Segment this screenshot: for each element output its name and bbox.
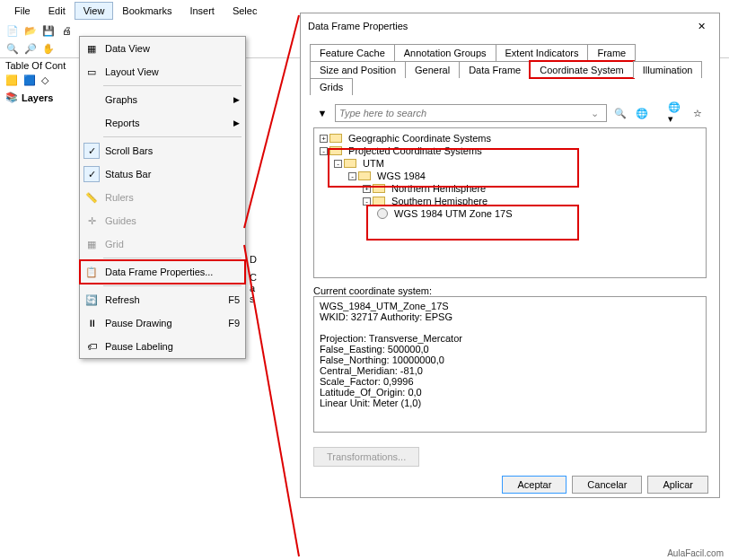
tab-feature-cache[interactable]: Feature Cache — [310, 44, 395, 61]
tab-grids[interactable]: Grids — [310, 78, 353, 95]
submenu-arrow-icon: ▶ — [233, 118, 240, 127]
accept-button[interactable]: Aceptar — [502, 476, 567, 494]
menu-file[interactable]: File — [5, 2, 40, 20]
status-bar-item[interactable]: ✓Status Bar — [80, 162, 245, 186]
tab-illumination[interactable]: Illumination — [633, 61, 703, 78]
rulers-label: Rulers — [105, 192, 134, 203]
status-bar-label: Status Bar — [105, 169, 151, 179]
tab-size-position[interactable]: Size and Position — [310, 61, 406, 78]
pan-icon[interactable]: ✋ — [41, 41, 56, 56]
open-icon[interactable]: 📂 — [23, 23, 38, 38]
print-icon[interactable]: 🖨 — [59, 23, 74, 38]
data-view-label: Data View — [105, 43, 150, 54]
cancel-button[interactable]: Cancelar — [572, 476, 642, 494]
grid-label: Grid — [105, 239, 124, 249]
dialog-body: ▼ ⌄ 🔍 🌐 🌐▾ ☆ + Geographic Coordinate Sys… — [301, 95, 719, 470]
tree-northern[interactable]: + Northern Hemisphere — [316, 182, 704, 195]
zoom-in-icon[interactable]: 🔍 — [5, 41, 20, 56]
tree-zone17s[interactable]: WGS 1984 UTM Zone 17S — [316, 207, 704, 220]
spatial-filter-icon[interactable]: 🌐 — [633, 104, 651, 122]
scroll-bars-label: Scroll Bars — [105, 145, 153, 156]
menu-view[interactable]: View — [75, 2, 114, 20]
refresh-item[interactable]: 🔄RefreshF5 — [80, 288, 245, 311]
pause-labeling-label: Pause Labeling — [105, 341, 173, 352]
list-by-source-icon[interactable]: 🟦 — [23, 74, 36, 86]
check-icon: ✓ — [83, 143, 100, 159]
refresh-icon: 🔄 — [83, 292, 100, 308]
tree-southern[interactable]: - Southern Hemisphere — [316, 195, 704, 207]
dropdown-icon[interactable]: ⌄ — [591, 108, 599, 119]
reports-item[interactable]: Reports▶ — [80, 111, 245, 135]
globe-icon — [377, 208, 388, 219]
tab-annotation-groups[interactable]: Annotation Groups — [394, 44, 496, 61]
coordinate-system-tree[interactable]: + Geographic Coordinate Systems - Projec… — [313, 127, 707, 278]
pause-drawing-item[interactable]: ⏸Pause DrawingF9 — [80, 311, 245, 335]
guides-item: ✛Guides — [80, 209, 245, 232]
folder-icon — [329, 146, 342, 155]
tree-wgs1984[interactable]: - WGS 1984 — [316, 170, 704, 182]
layout-view-label: Layout View — [105, 66, 159, 77]
cropped-text: D C a s — [250, 254, 257, 304]
dialog-tabs: Feature Cache Annotation Groups Extent I… — [301, 39, 719, 95]
expand-icon[interactable]: + — [363, 185, 371, 193]
layers-icon: 📚 — [5, 92, 18, 103]
submenu-arrow-icon: ▶ — [233, 95, 240, 104]
search-row: ▼ ⌄ 🔍 🌐 🌐▾ ☆ — [313, 104, 707, 122]
collapse-icon[interactable]: - — [334, 160, 342, 168]
close-button[interactable]: ✕ — [690, 17, 712, 35]
pause-labeling-icon: 🏷 — [83, 338, 100, 354]
tab-coordinate-system[interactable]: Coordinate System — [530, 61, 634, 78]
pause-shortcut: F9 — [228, 318, 240, 328]
expand-icon[interactable]: + — [320, 135, 328, 143]
data-frame-properties-item[interactable]: 📋Data Frame Properties... — [80, 260, 245, 284]
menu-bookmarks[interactable]: Bookmarks — [113, 2, 180, 20]
dfp-label: Data Frame Properties... — [105, 267, 213, 277]
filter-icon[interactable]: ▼ — [313, 104, 331, 122]
current-cs-label: Current coordinate system: — [313, 285, 707, 296]
tree-pcs[interactable]: - Projected Coordinate Systems — [316, 144, 704, 157]
folder-icon — [358, 171, 371, 180]
collapse-icon[interactable]: - — [363, 197, 371, 206]
menu-edit[interactable]: Edit — [40, 2, 75, 20]
scroll-bars-item[interactable]: ✓Scroll Bars — [80, 139, 245, 162]
refresh-label: Refresh — [105, 294, 140, 305]
collapse-icon[interactable]: - — [348, 172, 356, 180]
apply-button[interactable]: Aplicar — [647, 476, 708, 494]
rulers-icon: 📏 — [83, 189, 100, 206]
layers-label: Layers — [22, 92, 53, 103]
transformations-button[interactable]: Transformations... — [313, 447, 419, 467]
search-input[interactable] — [335, 104, 607, 122]
data-frame-properties-dialog: Data Frame Properties ✕ Feature Cache An… — [300, 13, 720, 498]
tab-frame[interactable]: Frame — [587, 44, 636, 61]
new-cs-icon[interactable]: 🌐▾ — [667, 104, 685, 122]
new-icon[interactable]: 📄 — [5, 23, 20, 38]
save-icon[interactable]: 💾 — [41, 23, 56, 38]
zoom-out-icon[interactable]: 🔎 — [23, 41, 38, 56]
list-by-visibility-icon[interactable]: ◇ — [41, 74, 48, 86]
refresh-shortcut: F5 — [228, 294, 240, 305]
grid-item: ▦Grid — [80, 232, 245, 256]
check-icon: ✓ — [83, 166, 100, 182]
collapse-icon[interactable]: - — [320, 147, 328, 155]
current-cs-details[interactable]: WGS_1984_UTM_Zone_17S WKID: 32717 Author… — [313, 296, 707, 433]
favorite-icon[interactable]: ☆ — [689, 104, 707, 122]
tab-general[interactable]: General — [405, 61, 460, 78]
folder-icon — [373, 184, 385, 193]
tree-utm[interactable]: - UTM — [316, 157, 704, 170]
dialog-buttons: Aceptar Cancelar Aplicar — [301, 470, 719, 497]
data-view-item[interactable]: ▦Data View — [80, 37, 245, 60]
graphs-label: Graphs — [105, 94, 137, 105]
search-icon[interactable]: 🔍 — [611, 104, 629, 122]
tab-data-frame[interactable]: Data Frame — [459, 61, 531, 78]
folder-icon — [344, 159, 356, 168]
tree-gcs[interactable]: + Geographic Coordinate Systems — [316, 132, 704, 144]
layout-view-item[interactable]: ▭Layout View — [80, 60, 245, 83]
list-by-drawing-icon[interactable]: 🟨 — [5, 74, 18, 86]
tab-extent-indicators[interactable]: Extent Indicators — [496, 44, 589, 61]
dialog-title: Data Frame Properties — [308, 21, 408, 31]
watermark: AulaFacil.com — [667, 548, 724, 558]
pause-labeling-item[interactable]: 🏷Pause Labeling — [80, 335, 245, 358]
graphs-item[interactable]: Graphs▶ — [80, 88, 245, 111]
menu-selection[interactable]: Selec — [224, 2, 267, 20]
menu-insert[interactable]: Insert — [180, 2, 224, 20]
